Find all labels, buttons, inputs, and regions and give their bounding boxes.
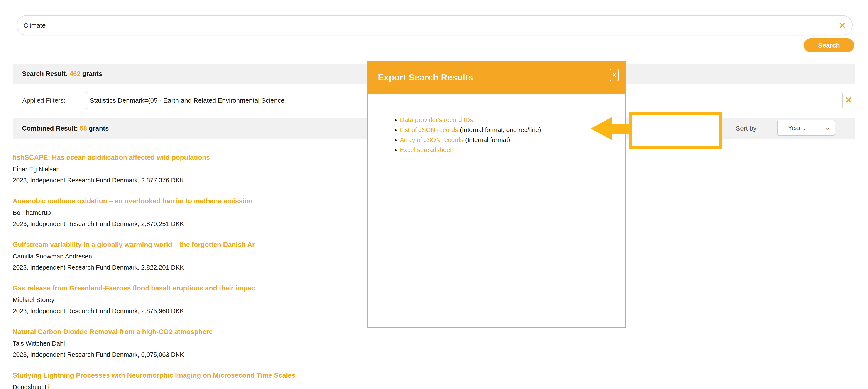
page: Climate ✕ Search Search Result: 462 gran… xyxy=(0,0,868,389)
export-modal-header: Export Search Results X xyxy=(367,61,626,94)
combined-result-suffix: grants xyxy=(89,125,109,132)
search-result-text: Search Result: 462 grants xyxy=(22,64,102,84)
export-option-link[interactable]: Excel spreadsheet xyxy=(400,146,452,153)
export-option-note: (Internal format) xyxy=(464,137,510,143)
search-result-label: Search Result: xyxy=(22,70,68,77)
search-button[interactable]: Search xyxy=(804,38,854,52)
export-option-link[interactable]: List of JSON records xyxy=(400,126,458,133)
callout-arrow-shaft xyxy=(611,124,632,133)
search-input[interactable]: Climate ✕ xyxy=(17,15,852,35)
export-option: Excel spreadsheet xyxy=(400,145,625,155)
search-result-suffix: grants xyxy=(82,70,102,77)
export-highlight-box xyxy=(629,113,722,149)
export-option-link[interactable]: Array of JSON records xyxy=(400,137,464,143)
export-options-list: Data provider's record IDs List of JSON … xyxy=(368,115,625,155)
combined-result-count: 58 xyxy=(80,125,87,132)
sort-by-label: Sort by xyxy=(736,118,756,139)
export-modal-body: Data provider's record IDs List of JSON … xyxy=(368,94,625,155)
callout-arrow-icon xyxy=(591,117,612,140)
sort-select[interactable]: Year ↓ ⌄ xyxy=(777,120,835,136)
chevron-down-icon: ⌄ xyxy=(825,120,831,134)
combined-result-label: Combined Result: xyxy=(22,125,78,132)
export-option-note: (Internal format, one rec/line) xyxy=(458,126,541,133)
export-option-link[interactable]: Data provider's record IDs xyxy=(400,116,473,123)
search-input-value[interactable]: Climate xyxy=(24,16,46,35)
sort-select-value[interactable]: Year ↓ xyxy=(788,120,806,136)
applied-filters-label: Applied Filters: xyxy=(22,92,65,109)
grant-item: Studying Lightning Processes with Neurom… xyxy=(12,371,840,389)
close-icon[interactable]: X xyxy=(610,69,619,81)
export-modal: Export Search Results X Data provider's … xyxy=(367,61,626,328)
grant-title-link[interactable]: Studying Lightning Processes with Neurom… xyxy=(12,371,840,380)
applied-filters-value[interactable]: Statistics Denmark=(05 - Earth and Relat… xyxy=(90,92,285,109)
grant-item: Natural Carbon Dioxide Removal from a hi… xyxy=(12,327,840,358)
search-clear-icon[interactable]: ✕ xyxy=(839,16,846,35)
grant-details: 2023, Independent Research Fund Denmark,… xyxy=(12,351,840,358)
search-result-count: 462 xyxy=(69,70,81,77)
export-modal-title: Export Search Results xyxy=(378,61,473,94)
combined-result-text: Combined Result: 58 grants xyxy=(22,118,109,139)
grant-author: Tais Wittchen Dahl xyxy=(12,339,840,348)
applied-filters-clear-icon[interactable]: ✕ xyxy=(845,92,852,109)
grant-author: Dongshuai Li xyxy=(12,383,840,389)
grant-title-link[interactable]: Natural Carbon Dioxide Removal from a hi… xyxy=(12,327,840,336)
